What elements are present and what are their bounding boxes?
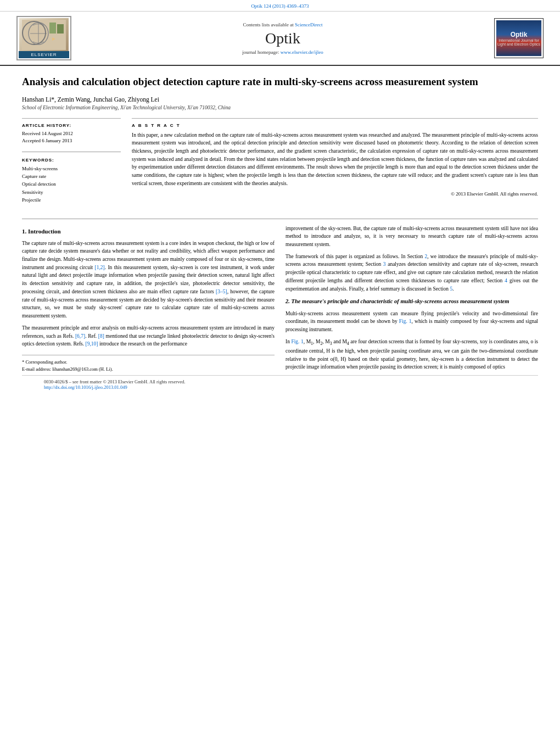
section1-heading: 1. Introduction [22,227,275,236]
footnote-section: * Corresponding author. E-mail address: … [22,355,275,373]
ref-6-7[interactable]: [6,7] [75,333,85,339]
contents-available-line: Contents lists available at ScienceDirec… [77,22,489,27]
optik-logo-area: Optik International Journal for Light an… [494,18,544,58]
author-names: Hanshan Li*, Zemin Wang, Junchai Gao, Zh… [22,96,159,103]
elsevier-box: ELSEVIER [16,16,71,60]
ref-section4[interactable]: 4 [505,278,507,283]
elsevier-label: ELSEVIER [19,51,69,58]
article-info: Article history: Received 14 August 2012… [22,118,121,211]
ref-8[interactable]: [8] [98,333,104,339]
optik-logo-title: Optik [511,31,528,38]
authors: Hanshan Li*, Zemin Wang, Junchai Gao, Zh… [22,96,538,103]
optik-logo-subtitle: International Journal for Light and Elec… [496,38,541,46]
sciencedirect-link[interactable]: ScienceDirect [295,22,322,27]
abstract-heading: A B S T R A C T [132,123,538,128]
body-left-col: 1. Introduction The capture rate of mult… [22,225,275,375]
email-suffix: (H. Li). [99,366,113,372]
ref-1-2[interactable]: [1,2] [95,265,105,270]
keyword-3: Optical detection [22,180,121,188]
contents-text: Contents lists available at [243,22,294,27]
doi-line: http://dx.doi.org/10.1016/j.ijleo.2013.0… [44,384,516,390]
received-date: Received 14 August 2012 [22,130,121,138]
copyright-line: © 2013 Elsevier GmbH. All rights reserve… [132,191,538,197]
main-content: Analysis and calculation object detectio… [0,66,560,404]
abstract-section: A B S T R A C T In this paper, a new cal… [132,118,538,211]
journal-title: Optik [77,30,489,47]
citation-text: Optik 124 (2013) 4369–4373 [251,3,309,9]
bottom-bar: 0030-4026/$ – see front matter © 2013 El… [22,375,538,393]
keywords-section: Keywords: Multi-sky-screens Capture rate… [22,158,121,204]
ref-fig1b[interactable]: Fig. 1 [291,339,303,344]
footnote-email: E-mail address: lihanshan269@163.com (H.… [22,366,275,373]
journal-info-center: Contents lists available at ScienceDirec… [77,22,489,55]
optik-logo: Optik International Journal for Light an… [494,18,544,58]
doi-link[interactable]: http://dx.doi.org/10.1016/j.ijleo.2013.0… [44,384,127,390]
history-section: Article history: Received 14 August 2012… [22,123,121,145]
info-abstract-section: Article history: Received 14 August 2012… [22,118,538,211]
section2-heading: 2. The measure's principle and character… [285,297,538,306]
keyword-1: Multi-sky-screens [22,165,121,172]
issn-line: 0030-4026/$ – see front matter © 2013 El… [44,379,516,384]
article-title: Analysis and calculation object detectio… [22,75,538,90]
section1-right-para1: improvement of the sky-screen. But, the … [285,225,538,249]
body-right-col: improvement of the sky-screen. But, the … [285,225,538,375]
keyword-4: Sensitivity [22,188,121,196]
keywords-heading: Keywords: [22,158,121,163]
ref-section5[interactable]: 5 [450,286,452,292]
email-link[interactable]: lihanshan269@163.com [52,366,98,372]
body-columns: 1. Introduction The capture rate of mult… [22,225,538,375]
svg-rect-5 [57,24,64,34]
section1-right-para2: The framework of this paper is organized… [285,253,538,293]
keyword-5: Projectile [22,196,121,204]
journal-homepage: journal homepage: www.elsevier.de/ijleo [77,49,489,55]
ref-section3[interactable]: 3 [383,261,386,267]
section2-para1: Multi-sky-screens across measurement sys… [285,310,538,334]
optik-logo-inner: Optik International Journal for Light an… [496,20,541,56]
section1-para1: The capture rate of multi-sky-screens ac… [22,239,275,320]
svg-point-1 [29,23,48,44]
accepted-date: Accepted 6 January 2013 [22,137,121,145]
history-heading: Article history: [22,123,121,128]
ref-section2[interactable]: 2 [424,254,427,259]
homepage-url[interactable]: www.elsevier.de/ijleo [281,49,323,55]
ref-3-5[interactable]: [3–5] [216,289,227,294]
svg-rect-4 [49,23,56,34]
keyword-2: Capture rate [22,172,121,180]
abstract-text: In this paper, a new calculation method … [132,131,538,188]
affiliation: School of Electronic Information Enginee… [22,105,538,110]
elsevier-image [19,18,69,51]
email-label: E-mail address: [22,366,51,372]
journal-header: ELSEVIER Contents lists available at Sci… [0,12,560,66]
elsevier-logo-area: ELSEVIER [16,16,71,60]
ref-9-10[interactable]: [9,10] [86,341,98,347]
section1-para2: The measurement principle and error anal… [22,324,275,348]
footnote-star: * Corresponding author. [22,359,275,366]
section2-para2: In Fig. 1, M1, M2, M3 and M4 are four de… [285,338,538,371]
ref-fig1[interactable]: Fig. 1 [399,319,412,324]
citation-bar: Optik 124 (2013) 4369–4373 [0,0,560,12]
homepage-label: journal homepage: [242,49,279,55]
